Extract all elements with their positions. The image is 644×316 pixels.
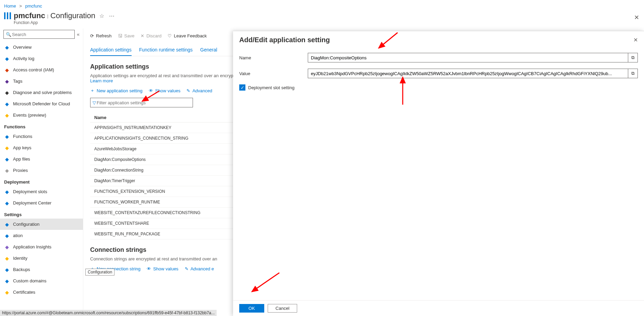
files-icon: ◆ (4, 156, 10, 162)
filter-box[interactable]: ▽ (90, 98, 193, 107)
sidebar-item-overview[interactable]: ◆Overview (0, 42, 83, 53)
sidebar-item-files[interactable]: ◆App files (0, 153, 83, 165)
page-title: pmcfunc (14, 11, 45, 20)
pencil-icon: ✎ (186, 88, 190, 93)
show-values-conn-button[interactable]: 👁Show values (147, 266, 179, 272)
sidebar-group: Deployment (0, 176, 83, 186)
tags-icon: ◆ (4, 79, 10, 84)
heart-icon: ♡ (168, 33, 172, 38)
refresh-button[interactable]: ⟳Refresh (90, 33, 112, 38)
save-button[interactable]: 🖫Save (118, 33, 135, 38)
sidebar-item-insights[interactable]: ◆Application Insights (0, 241, 83, 253)
cancel-button[interactable]: Cancel (268, 304, 297, 313)
pencil-icon: ✎ (185, 266, 189, 271)
sidebar-item-label: Identity (13, 256, 27, 261)
sidebar-item-keys[interactable]: ◆App keys (0, 142, 83, 153)
discard-button[interactable]: ✕Discard (141, 33, 161, 38)
status-url: https://portal.azure.com/#@Globeteam.onm… (0, 310, 217, 316)
keys-icon: ◆ (4, 145, 10, 151)
auth-icon: ◆ (4, 233, 10, 238)
search-icon: 🔍 (6, 32, 11, 37)
advanced-edit-conn-button[interactable]: ✎Advanced e (185, 266, 214, 272)
sidebar-item-identity[interactable]: ◆Identity (0, 253, 83, 264)
ok-button[interactable]: OK (239, 304, 264, 313)
sidebar-item-label: Tags (13, 79, 22, 84)
new-app-setting-button[interactable]: ＋New application setting (90, 87, 143, 94)
filter-icon: ▽ (93, 100, 96, 105)
defender-icon: ◆ (4, 101, 10, 107)
resource-type: Function App (0, 20, 644, 28)
deploy-slot-label: Deployment slot setting (248, 85, 294, 90)
sidebar-group: Functions (0, 121, 83, 131)
breadcrumb: Home > pmcfunc (0, 0, 644, 10)
breadcrumb-sep: > (19, 3, 22, 9)
discard-icon: ✕ (141, 33, 144, 38)
tab-general[interactable]: General (200, 44, 217, 56)
proxies-icon: ◆ (4, 168, 10, 173)
sidebar-item-label: Deployment Center (13, 200, 51, 206)
sidebar-item-label: Access control (IAM) (13, 67, 54, 72)
sidebar-item-label: Functions (13, 134, 32, 139)
sidebar-item-label: Proxies (13, 168, 28, 173)
value-input[interactable] (308, 71, 628, 76)
breadcrumb-home[interactable]: Home (4, 3, 16, 9)
sidebar-item-backups[interactable]: ◆Backups (0, 264, 83, 275)
filter-input[interactable] (96, 100, 191, 106)
identity-icon: ◆ (4, 256, 10, 261)
edit-setting-panel: Add/Edit application setting ✕ Name ⧉ Va… (233, 31, 644, 316)
eye-icon: 👁 (149, 88, 153, 93)
sidebar-item-proxies[interactable]: ◆Proxies (0, 165, 83, 176)
feedback-button[interactable]: ♡Leave Feedback (168, 33, 207, 38)
sidebar-item-defender[interactable]: ◆Microsoft Defender for Cloud (0, 98, 83, 109)
tab-application-settings[interactable]: Application settings (90, 44, 132, 56)
sidebar-item-depcenter[interactable]: ◆Deployment Center (0, 197, 83, 209)
checkbox-checked-icon: ✓ (239, 84, 245, 91)
show-values-button[interactable]: 👁Show values (149, 87, 181, 94)
sidebar: 🔍 « ◆Overview◆Activity log◆Access contro… (0, 28, 83, 314)
domains-icon: ◆ (4, 278, 10, 284)
panel-title: Add/Edit application setting (239, 36, 330, 44)
sidebar-item-diag[interactable]: ◆Diagnose and solve problems (0, 87, 83, 98)
close-blade-icon[interactable]: ✕ (634, 14, 639, 21)
copy-name-icon[interactable]: ⧉ (628, 53, 637, 62)
page-header: pmcfunc | Configuration ☆ ⋯ (0, 10, 644, 21)
backups-icon: ◆ (4, 267, 10, 272)
sidebar-item-functions[interactable]: ◆Functions (0, 131, 83, 142)
resource-icon (4, 12, 11, 19)
advanced-edit-button[interactable]: ✎Advanced (186, 87, 212, 94)
sidebar-item-events[interactable]: ◆Events (preview) (0, 109, 83, 121)
slots-icon: ◆ (4, 189, 10, 195)
more-icon[interactable]: ⋯ (109, 13, 114, 19)
plus-icon: ＋ (90, 87, 95, 94)
copy-value-icon[interactable]: ⧉ (628, 69, 637, 78)
sidebar-item-config[interactable]: ◆Configuration (0, 219, 83, 230)
collapse-sidebar-icon[interactable]: « (77, 32, 80, 37)
panel-close-icon[interactable]: ✕ (633, 37, 638, 43)
sidebar-search-input[interactable] (11, 32, 72, 37)
sidebar-item-activity[interactable]: ◆Activity log (0, 53, 83, 64)
save-icon: 🖫 (118, 33, 122, 38)
learn-more-link[interactable]: Learn more (90, 78, 113, 83)
tab-function-runtime[interactable]: Function runtime settings (139, 44, 193, 56)
sidebar-group: Settings (0, 209, 83, 219)
field-label-value: Value (239, 71, 308, 76)
breadcrumb-current[interactable]: pmcfunc (25, 3, 42, 9)
sidebar-item-certs[interactable]: ◆Certificates (0, 286, 83, 298)
activity-icon: ◆ (4, 56, 10, 61)
sidebar-item-slots[interactable]: ◆Deployment slots (0, 186, 83, 197)
sidebar-item-label: Events (preview) (13, 113, 46, 118)
sidebar-item-label: Deployment slots (13, 189, 47, 194)
sidebar-search[interactable]: 🔍 (3, 30, 75, 39)
name-input[interactable] (308, 55, 628, 60)
sidebar-item-domains[interactable]: ◆Custom domains (0, 275, 83, 286)
sidebar-item-iam[interactable]: ◆Access control (IAM) (0, 64, 83, 75)
sidebar-item-label: App files (13, 156, 30, 162)
sidebar-item-tags[interactable]: ◆Tags (0, 75, 83, 87)
field-label-name: Name (239, 55, 308, 60)
sidebar-item-auth[interactable]: ◆ation (0, 230, 83, 241)
sidebar-item-label: Diagnose and solve problems (13, 90, 72, 95)
deploy-slot-checkbox[interactable]: ✓ Deployment slot setting (239, 84, 638, 91)
sidebar-item-label: Configuration (13, 222, 39, 227)
page-section: Configuration (50, 11, 95, 20)
pin-icon[interactable]: ☆ (99, 13, 104, 19)
